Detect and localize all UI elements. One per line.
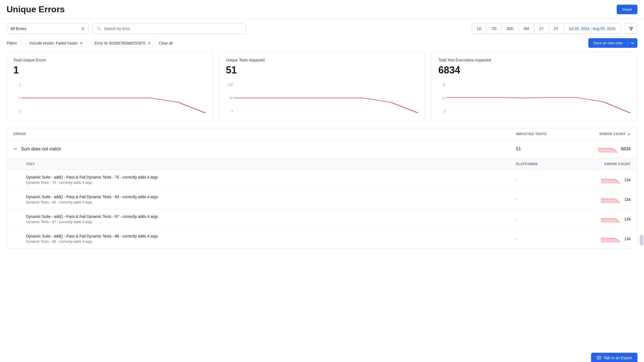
card-value: 6834 [438, 64, 631, 76]
test-subtitle: Dynamic Tests - 75 - correctly adds 4 ar… [26, 180, 516, 185]
card-unique-tests-impacted: Unique Tests Impacted 51 100 50 0 [219, 52, 425, 121]
line-chart [234, 83, 418, 113]
platforms-cell: - [516, 217, 571, 221]
platforms-cell: - [516, 178, 571, 182]
col-impacted: IMPACTED TESTS [516, 132, 571, 136]
chart-y-ticks: 2k 1k 0 [438, 83, 445, 113]
card-chart: 2 1 0 [13, 80, 206, 116]
select-chevrons-icon [82, 27, 84, 30]
close-icon [148, 41, 151, 45]
error-group-row[interactable]: Sum does not match 51 6834 [7, 140, 637, 158]
divider [21, 40, 22, 46]
search-wrap [93, 23, 246, 34]
save-view-button[interactable]: Save as new view [588, 38, 627, 48]
col-platforms: PLATFORMS [516, 162, 571, 166]
sparkline [598, 146, 618, 153]
card-chart: 100 50 0 [226, 80, 418, 116]
platforms-cell: - [516, 237, 571, 241]
count-cell: 134 [571, 196, 631, 203]
card-label: Total Unique Errors [13, 58, 206, 62]
count-cell: 134 [571, 176, 631, 183]
filter-chip-close[interactable] [148, 41, 151, 45]
test-subtitle: Dynamic Tests - 67 - correctly adds 4 ar… [26, 220, 516, 224]
range-30d[interactable]: 30D [502, 24, 519, 34]
card-value: 1 [13, 64, 206, 76]
chevron-down-icon [631, 41, 634, 45]
svg-line-1 [100, 29, 101, 30]
table-header: ERROR IMPACTED TESTS ERROR COUNT [7, 128, 637, 140]
test-title: Dynamic Suite - add() - Pass & Fail Dyna… [26, 214, 516, 219]
summary-cards: Total Unique Errors 1 2 1 0 Unique Tests… [0, 52, 644, 128]
col-error-count[interactable]: ERROR COUNT [571, 132, 631, 136]
test-cell: Dynamic Suite - add() - Pass & Fail Dyna… [26, 195, 516, 204]
table-subheader: TEST PLATFORMS ERROR COUNT [7, 158, 637, 170]
card-total-executions-impacted: Total Test Executions Impacted 6834 2k 1… [431, 52, 637, 121]
sparkline [601, 235, 620, 242]
test-title: Dynamic Suite - add() - Pass & Fail Dyna… [26, 175, 516, 179]
error-group-count: 6834 [571, 146, 631, 153]
range-7d[interactable]: 7D [487, 24, 502, 34]
filter-chip-label: Error Id: 60289780966252870 [94, 41, 145, 45]
filter-icon [629, 26, 633, 31]
filter-chip-close[interactable] [80, 41, 83, 45]
errors-table: ERROR IMPACTED TESTS ERROR COUNT Sum doe… [7, 128, 637, 249]
toolbar: All Errors 1D 7D 30D 6M 1Y 2Y Jul 29, 20… [0, 19, 644, 34]
line-chart [446, 83, 631, 113]
test-title: Dynamic Suite - add() - Pass & Fail Dyna… [26, 195, 516, 199]
range-6m[interactable]: 6M [519, 24, 534, 34]
test-cell: Dynamic Suite - add() - Pass & Fail Dyna… [26, 234, 516, 244]
range-1d[interactable]: 1D [472, 24, 487, 34]
range-2y[interactable]: 2Y [549, 24, 564, 34]
error-group-impacted: 51 [516, 147, 571, 152]
save-view-group: Save as new view [588, 38, 637, 48]
filter-chip-label: Include Hooks: Failed hooks [29, 41, 77, 45]
filters-row: Filters Include Hooks: Failed hooks Erro… [0, 34, 644, 52]
test-title: Dynamic Suite - add() - Pass & Fail Dyna… [26, 234, 516, 238]
filters-label: Filters [7, 41, 17, 45]
filter-button[interactable] [625, 23, 637, 34]
sort-desc-icon [627, 132, 631, 136]
page-title: Unique Errors [7, 4, 65, 14]
sparkline [601, 196, 620, 203]
chart-y-ticks: 2 1 0 [13, 83, 20, 113]
card-chart: 2k 1k 0 [438, 80, 631, 116]
card-label: Total Test Executions Impacted [438, 58, 631, 62]
chart-y-ticks: 100 50 0 [226, 83, 233, 113]
col-test: TEST [26, 162, 516, 166]
sparkline [601, 176, 620, 183]
search-input[interactable] [104, 26, 241, 31]
test-cell: Dynamic Suite - add() - Pass & Fail Dyna… [26, 214, 516, 224]
chevron-down-icon [13, 147, 17, 152]
close-icon [80, 41, 83, 45]
table-row[interactable]: Dynamic Suite - add() - Pass & Fail Dyna… [7, 190, 637, 209]
error-type-select[interactable]: All Errors [7, 23, 88, 34]
clear-all-button[interactable]: Clear all [159, 41, 173, 45]
table-row[interactable]: Dynamic Suite - add() - Pass & Fail Dyna… [7, 170, 637, 190]
count-cell: 134 [571, 216, 631, 223]
save-view-dropdown[interactable] [627, 38, 637, 48]
card-label: Unique Tests Impacted [226, 58, 418, 62]
test-subtitle: Dynamic Tests - 86 - correctly adds 4 ar… [26, 239, 516, 244]
range-1y[interactable]: 1Y [534, 24, 549, 34]
filter-chip-errorid: Error Id: 60289780966252870 [91, 39, 154, 47]
line-chart [22, 83, 206, 113]
table-row[interactable]: Dynamic Suite - add() - Pass & Fail Dyna… [7, 209, 637, 229]
search-icon [97, 26, 101, 31]
scrollbar-thumb[interactable] [640, 235, 643, 246]
test-cell: Dynamic Suite - add() - Pass & Fail Dyna… [26, 175, 516, 185]
card-value: 51 [226, 64, 418, 76]
test-subtitle: Dynamic Tests - 83 - correctly adds 4 ar… [26, 200, 516, 204]
date-range-group: 1D 7D 30D 6M 1Y 2Y Jul 29, 2024 - Aug 05… [472, 23, 621, 34]
error-type-select-label: All Errors [11, 26, 26, 31]
card-total-unique-errors: Total Unique Errors 1 2 1 0 [7, 52, 213, 121]
error-group-label: Sum does not match [21, 147, 516, 152]
filter-chip-hooks: Include Hooks: Failed hooks [26, 39, 87, 47]
count-cell: 134 [571, 235, 631, 242]
share-button[interactable]: Share [617, 5, 637, 14]
table-row[interactable]: Dynamic Suite - add() - Pass & Fail Dyna… [7, 229, 637, 248]
range-custom[interactable]: Jul 29, 2024 - Aug 05, 2024 [564, 24, 620, 34]
col-error: ERROR [13, 132, 516, 136]
header: Unique Errors Share [0, 0, 644, 19]
sparkline [601, 216, 620, 223]
col-error-count: ERROR COUNT [571, 162, 631, 166]
